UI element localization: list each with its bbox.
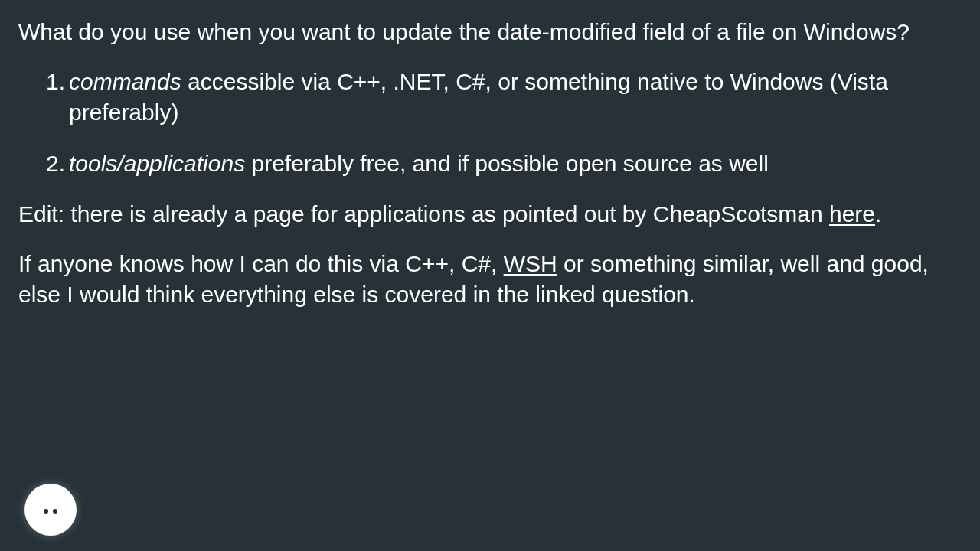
list-item: tools/applications preferably free, and … xyxy=(69,148,962,180)
here-link[interactable]: here xyxy=(829,201,875,227)
intro-paragraph: What do you use when you want to update … xyxy=(18,17,962,48)
list-item: commands accessible via C++, .NET, C#, o… xyxy=(69,67,962,129)
avatar-dot-icon xyxy=(44,509,48,514)
edit-paragraph: Edit: there is already a page for applic… xyxy=(18,199,962,230)
final-text-before: If anyone knows how I can do this via C+… xyxy=(18,251,504,276)
list-item-text: preferably free, and if possible open so… xyxy=(245,151,769,176)
list-item-text: accessible via C++, .NET, C#, or somethi… xyxy=(69,69,888,126)
requirements-list: commands accessible via C++, .NET, C#, o… xyxy=(18,67,962,180)
avatar[interactable] xyxy=(24,484,77,536)
wsh-link[interactable]: WSH xyxy=(504,251,557,276)
final-paragraph: If anyone knows how I can do this via C+… xyxy=(18,249,962,311)
avatar-dot-icon xyxy=(53,509,57,514)
edit-text-after: . xyxy=(875,201,881,227)
list-item-emphasis: tools/applications xyxy=(69,151,245,176)
edit-text-before: Edit: there is already a page for applic… xyxy=(18,201,829,227)
article-body: What do you use when you want to update … xyxy=(0,0,980,311)
list-item-emphasis: commands xyxy=(69,69,181,94)
